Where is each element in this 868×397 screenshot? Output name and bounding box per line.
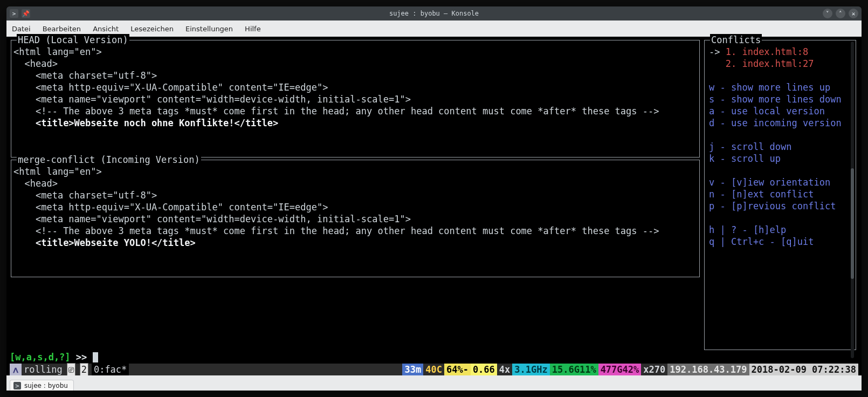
prompt-arrows: >> — [71, 352, 93, 362]
diff-pane: HEAD (Local Version) <html lang="en"> <h… — [9, 39, 702, 351]
menu-einstellungen[interactable]: Einstellungen — [185, 25, 233, 33]
battery-badge: 64%- — [444, 364, 471, 375]
window-title: sujee : byobu — Konsole — [6, 10, 862, 17]
ip-badge: 192.168.43.179 — [667, 364, 749, 375]
distro-text: rolling — [24, 364, 63, 375]
merge-box-body: <html lang="en"> <head> <meta charset="u… — [11, 160, 699, 277]
cpu-ghz: 3.1GHz — [512, 364, 549, 375]
hint-line: n - [n]ext conflict — [709, 188, 851, 200]
head-box-title: HEAD (Local Version) — [17, 34, 129, 46]
code-line: <meta http-equiv="X-UA-Compatible" conte… — [13, 201, 697, 213]
code-line: <meta charset="utf-8"> — [13, 70, 697, 81]
conflicts-list: -> 1. index.html:8 2. index.html:27 — [709, 46, 851, 70]
hint-line — [709, 165, 851, 176]
hint-line: j - scroll down — [709, 141, 851, 153]
window-titlebar: > 📌 sujee : byobu — Konsole ˅ ˄ ✕ — [6, 6, 862, 20]
cursor-icon — [93, 352, 98, 362]
head-box-body: <html lang="en"> <head> <meta charset="u… — [11, 40, 699, 157]
uptime-badge: 33m — [402, 364, 423, 375]
prompt-line[interactable]: [w,a,s,d,?] >> — [6, 351, 862, 364]
status-spacer — [129, 364, 402, 375]
hint-line: k - scroll up — [709, 153, 851, 165]
code-line: <!-- The above 3 meta tags *must* come f… — [13, 225, 697, 237]
merge-box: merge-conflict (Incoming Version) <html … — [11, 160, 700, 277]
byobu-statusbar: ᴧ rolling ⎚ 2 0:fac* 33m 40C 64%- 0.66 4… — [10, 364, 858, 375]
terminal-area[interactable]: HEAD (Local Version) <html lang="en"> <h… — [6, 37, 862, 391]
code-line: <head> — [13, 58, 697, 70]
machine-label: x270 — [641, 364, 667, 375]
menu-ansicht[interactable]: Ansicht — [93, 25, 119, 33]
merge-box-title: merge-conflict (Incoming Version) — [17, 154, 201, 166]
session-count: 2 — [80, 363, 88, 376]
scrollbar[interactable] — [851, 42, 854, 358]
hint-line: a - use local version — [709, 105, 851, 117]
distro-label: rolling ⎚ 2 — [22, 364, 91, 375]
hint-line: p - [p]revious conflict — [709, 200, 851, 212]
hint-line — [709, 129, 851, 141]
menu-hilfe[interactable]: Hilfe — [245, 25, 261, 33]
code-line: <html lang="en"> — [13, 166, 697, 177]
conflicts-pane: Conflicts -> 1. index.html:8 2. index.ht… — [702, 39, 858, 351]
maximize-button[interactable]: ˄ — [836, 9, 845, 18]
code-line: <meta name="viewport" content="width=dev… — [13, 93, 697, 105]
code-line: <title>Webseite YOLO!</title> — [13, 237, 697, 249]
titlebar-right-icons: ˅ ˄ ✕ — [823, 9, 858, 18]
konsole-tab-label: sujee : byobu — [24, 382, 68, 389]
head-box: HEAD (Local Version) <html lang="en"> <h… — [11, 40, 700, 158]
screen-icon: ⎚ — [67, 363, 75, 376]
close-button[interactable]: ✕ — [849, 9, 858, 18]
conflicts-box-title: Conflicts — [710, 34, 762, 46]
window-indicator[interactable]: 0:fac* — [92, 364, 129, 375]
code-line: <!-- The above 3 meta tags *must* come f… — [13, 105, 697, 117]
hint-line — [709, 212, 851, 224]
titlebar-left-icons: > 📌 — [10, 9, 30, 18]
key-hints: w - show more lines ups - show more line… — [709, 81, 851, 248]
pin-icon[interactable]: 📌 — [22, 9, 30, 18]
code-line: <meta name="viewport" content="width=dev… — [13, 213, 697, 225]
terminal-icon[interactable]: > — [10, 9, 18, 18]
konsole-tabstrip: > sujee : byobu — [6, 375, 862, 391]
conflicts-box: Conflicts -> 1. index.html:8 2. index.ht… — [704, 40, 856, 350]
hint-line: w - show more lines up — [709, 81, 851, 93]
hint-line: v - [v]iew orientation — [709, 176, 851, 188]
mem-badge: 15.6G11% — [550, 364, 598, 375]
minimize-button[interactable]: ˅ — [823, 9, 832, 18]
terminal-grid: HEAD (Local Version) <html lang="en"> <h… — [9, 39, 858, 351]
datetime-badge: 2018-02-09 07:22:38 — [749, 364, 858, 375]
temp-badge: 40C — [423, 364, 444, 375]
konsole-tab[interactable]: > sujee : byobu — [10, 380, 74, 391]
hint-line: d - use incoming version — [709, 117, 851, 129]
disk-badge: 477G42% — [598, 364, 642, 375]
scrollbar-thumb[interactable] — [851, 168, 854, 279]
code-line: <meta charset="utf-8"> — [13, 189, 697, 201]
conflict-item[interactable]: -> 1. index.html:8 — [709, 46, 851, 58]
code-line: <head> — [13, 177, 697, 189]
code-line: <meta http-equiv="X-UA-Compatible" conte… — [13, 81, 697, 93]
terminal-icon: > — [13, 382, 21, 389]
menu-bearbeiten[interactable]: Bearbeiten — [43, 25, 81, 33]
menu-datei[interactable]: Datei — [12, 25, 31, 33]
conflict-item[interactable]: 2. index.html:27 — [709, 58, 851, 70]
hint-line: h | ? - [h]elp — [709, 224, 851, 236]
cpu-cores: 4x — [497, 364, 512, 375]
hint-line: s - show more lines down — [709, 93, 851, 105]
code-line: <html lang="en"> — [13, 46, 697, 58]
konsole-window: > 📌 sujee : byobu — Konsole ˅ ˄ ✕ Datei … — [6, 6, 862, 391]
load-badge: 0.66 — [471, 364, 497, 375]
byobu-logo-icon: ᴧ — [10, 364, 22, 375]
prompt-bracket: [w,a,s,d,?] — [10, 352, 71, 362]
hint-line: q | Ctrl+c - [q]uit — [709, 236, 851, 248]
code-line: <title>Webseite noch ohne Konflikte!</ti… — [13, 117, 697, 129]
menu-lesezeichen[interactable]: Lesezeichen — [130, 25, 174, 33]
